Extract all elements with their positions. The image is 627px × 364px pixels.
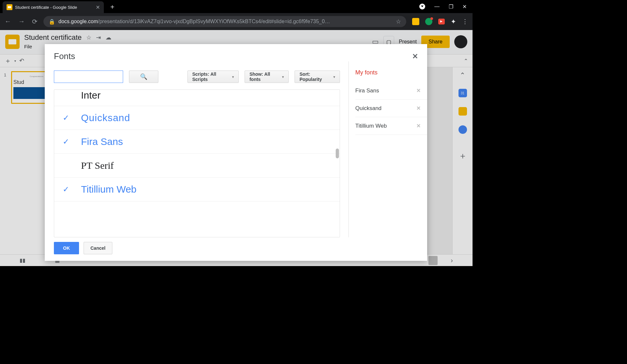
ok-button[interactable]: OK [54, 242, 79, 254]
sort-filter[interactable]: Sort: Popularity ▾ [295, 71, 340, 83]
reload-icon[interactable]: ⟳ [32, 18, 38, 25]
fonts-dialog: Fonts ✕ 🔍 Scripts: All Scripts ▾ Show: A… [45, 44, 427, 261]
font-row[interactable]: ✓ Titillium Web [54, 178, 340, 201]
show-filter[interactable]: Show: All fonts ▾ [245, 71, 289, 83]
extension-1-icon[interactable] [412, 18, 419, 25]
account-icon[interactable] [419, 4, 425, 9]
font-row[interactable]: PT Serif [54, 154, 340, 178]
cancel-button[interactable]: Cancel [84, 242, 112, 254]
grammarly-icon[interactable] [425, 18, 432, 25]
controls-row: 🔍 Scripts: All Scripts ▾ Show: All fonts… [54, 61, 340, 89]
font-row[interactable]: ✓ Fira Sans [54, 130, 340, 154]
my-fonts-panel: My fonts Fira Sans ✕ Quicksand ✕ Titilli… [348, 61, 427, 237]
url-box[interactable]: 🔒 docs.google.com/presentation/d/13iKvAZ… [43, 16, 406, 27]
scrollbar-thumb[interactable] [336, 149, 339, 158]
close-tab-icon[interactable]: ✕ [96, 4, 100, 10]
lock-icon: 🔒 [49, 19, 55, 25]
font-name: Fira Sans [81, 136, 123, 147]
search-icon: 🔍 [140, 73, 147, 80]
my-font-name: Titillium Web [355, 123, 387, 129]
my-font-item[interactable]: Titillium Web ✕ [355, 117, 427, 135]
font-name: Inter [81, 90, 101, 101]
font-name: Titillium Web [81, 184, 137, 195]
dialog-footer: OK Cancel [45, 237, 427, 261]
font-name: Quicksand [81, 112, 130, 123]
font-row[interactable]: ✓ Quicksand [54, 106, 340, 130]
close-dialog-icon[interactable]: ✕ [412, 52, 418, 61]
window-controls: — ❐ ✕ [419, 4, 473, 10]
dialog-title: Fonts [54, 51, 75, 61]
slides-favicon [7, 4, 12, 10]
check-icon: ✓ [63, 113, 81, 122]
my-font-name: Fira Sans [355, 87, 379, 94]
browser-tabstrip: Student certificate - Google Slide ✕ ＋ —… [0, 0, 473, 13]
my-font-item[interactable]: Fira Sans ✕ [355, 82, 427, 100]
minimize-icon[interactable]: — [434, 4, 440, 10]
font-row[interactable]: Inter [54, 90, 340, 106]
remove-font-icon[interactable]: ✕ [416, 87, 421, 94]
remove-font-icon[interactable]: ✕ [416, 105, 421, 111]
address-bar: ← → ⟳ 🔒 docs.google.com/presentation/d/1… [0, 13, 473, 30]
browser-menu-icon[interactable]: ⋮ [462, 18, 468, 25]
chevron-down-icon: ▾ [333, 75, 335, 79]
font-list[interactable]: Inter ✓ Quicksand ✓ Fira Sans PT Serif ✓… [54, 89, 340, 237]
extensions-icon[interactable]: ✦ [451, 18, 456, 25]
url-text: docs.google.com/presentation/d/13iKvAZ7q… [58, 19, 393, 24]
chevron-down-icon: ▾ [282, 75, 284, 79]
my-font-item[interactable]: Quicksand ✕ [355, 100, 427, 117]
check-icon: ✓ [63, 185, 81, 194]
font-name: PT Serif [81, 160, 114, 171]
search-button[interactable]: 🔍 [129, 71, 158, 83]
new-tab-button[interactable]: ＋ [109, 2, 116, 11]
my-fonts-title: My fonts [355, 69, 427, 76]
tab-title: Student certificate - Google Slide [15, 5, 93, 10]
youtube-icon[interactable] [438, 19, 445, 24]
my-font-name: Quicksand [355, 105, 381, 112]
chevron-down-icon: ▾ [232, 75, 234, 79]
bookmark-star-icon[interactable]: ☆ [396, 18, 401, 25]
back-icon[interactable]: ← [5, 18, 11, 25]
close-window-icon[interactable]: ✕ [462, 4, 467, 10]
check-icon: ✓ [63, 137, 81, 146]
forward-icon[interactable]: → [18, 18, 25, 25]
browser-tab[interactable]: Student certificate - Google Slide ✕ [3, 1, 104, 13]
scripts-filter[interactable]: Scripts: All Scripts ▾ [187, 71, 239, 83]
maximize-icon[interactable]: ❐ [449, 4, 453, 10]
remove-font-icon[interactable]: ✕ [416, 123, 421, 129]
font-search-input[interactable] [54, 71, 123, 83]
